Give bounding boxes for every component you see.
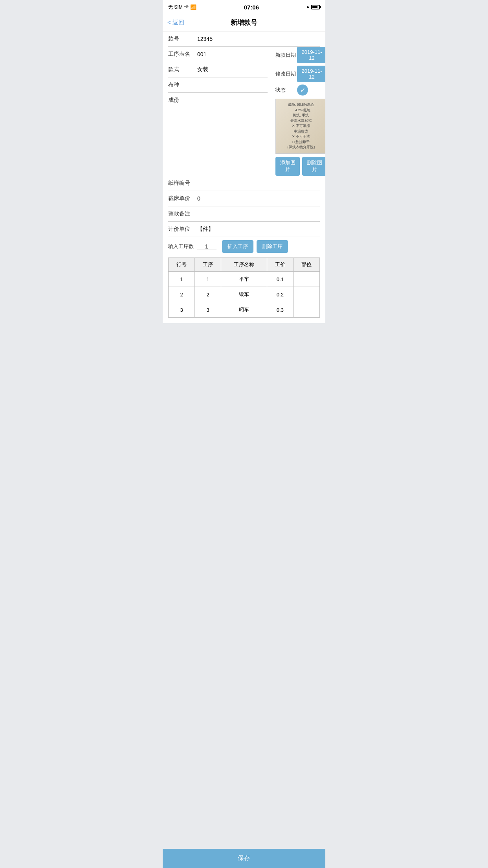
chengfen-label: 成份 (168, 97, 196, 104)
right-col: 新款日期 2019-11-12 修改日期 2019-11-12 状态 ✓ 成份:… (272, 47, 325, 176)
insert-process-button[interactable]: 插入工序 (222, 240, 253, 253)
img-line-5: ✕ 不可氯漂 (292, 123, 310, 129)
product-image: 成份: 95.8%涤纶 4.2%氨纶 机洗, 手洗 最高水温30℃ ✕ 不可氯漂… (275, 99, 325, 154)
jiajia-label: 计价单位 (168, 226, 196, 233)
left-col: 工序表名 款式 布种 成份 (168, 47, 272, 176)
img-line-2: 4.2%氨纶 (292, 108, 310, 113)
beizhu-row: 整款备注 (168, 206, 320, 222)
kuanhao-input[interactable] (196, 36, 320, 42)
col-gongjia: 工价 (267, 258, 293, 272)
chengfen-row: 成份 (168, 93, 268, 108)
status-bar: 无 SIM 卡 📶 07:06 ● (163, 0, 325, 14)
battery-icon (311, 5, 320, 9)
image-buttons: 添加图片 删除图片 (275, 157, 325, 176)
process-count-input[interactable] (197, 243, 216, 250)
zhiyang-input[interactable] (196, 180, 320, 186)
nav-bar: < 返回 新增款号 (163, 14, 325, 31)
img-line-7: ✕ 不可干洗 (292, 134, 310, 140)
carrier-text: 无 SIM 卡 (168, 4, 189, 11)
table-section: 行号 工序 工序名称 工价 部位 11平车0.122锻车0.233叼车0.3 (163, 257, 325, 323)
kuanshi-label: 款式 (168, 66, 196, 73)
status-time: 07:06 (244, 4, 259, 11)
gongxu-input[interactable] (196, 51, 268, 57)
process-table: 行号 工序 工序名称 工价 部位 11平车0.122锻车0.233叼车0.3 (168, 257, 320, 318)
wifi-icon: 📶 (190, 4, 196, 10)
process-action-row: 输入工序数 插入工序 删除工序 (163, 237, 325, 256)
table-row: 33叼车0.3 (169, 302, 320, 318)
kuanhao-section: 款号 (163, 31, 325, 47)
kuanhao-row: 款号 (168, 31, 320, 47)
kuanshi-input[interactable] (196, 66, 268, 73)
delete-image-button[interactable]: 删除图片 (302, 157, 325, 176)
delete-process-button[interactable]: 删除工序 (257, 240, 288, 253)
main-background (163, 323, 325, 520)
status-check-icon[interactable]: ✓ (297, 85, 308, 96)
process-input-label: 输入工序数 (168, 243, 194, 250)
chengfen-input[interactable] (196, 97, 268, 103)
status-left: 无 SIM 卡 📶 (168, 4, 196, 11)
zhiyang-label: 纸样编号 (168, 180, 196, 187)
jiajia-row: 计价单位 (168, 222, 320, 237)
table-header-row: 行号 工序 工序名称 工价 部位 (169, 258, 320, 272)
chuang-input[interactable] (196, 195, 320, 202)
table-row: 22锻车0.2 (169, 287, 320, 302)
gongxu-row: 工序表名 (168, 47, 268, 62)
back-button[interactable]: < 返回 (167, 19, 184, 26)
buzhong-label: 布种 (168, 81, 196, 88)
table-row: 11平车0.1 (169, 272, 320, 287)
xiugai-date-row: 修改日期 2019-11-12 (275, 66, 325, 82)
chuang-row: 裁床单价 (168, 191, 320, 206)
col-hang: 行号 (169, 258, 195, 272)
xin-date-row: 新款日期 2019-11-12 (275, 47, 325, 63)
img-line-9: （深浅衣物分开洗） (285, 145, 317, 150)
img-line-1: 成份: 95.8%涤纶 (288, 102, 314, 108)
jiajia-input[interactable] (196, 226, 320, 232)
chuang-label: 裁床单价 (168, 195, 196, 202)
status-row: 状态 ✓ (275, 85, 325, 96)
buzhong-input[interactable] (196, 82, 268, 88)
two-col-section: 工序表名 款式 布种 成份 新款日期 2019-11-12 (163, 47, 325, 176)
img-line-8: □ 悬挂晾干 (292, 140, 310, 145)
status-right: ● (306, 4, 320, 10)
col-buwei: 部位 (293, 258, 319, 272)
beizhu-label: 整款备注 (168, 210, 196, 217)
product-image-placeholder: 成份: 95.8%涤纶 4.2%氨纶 机洗, 手洗 最高水温30℃ ✕ 不可氯漂… (276, 99, 325, 153)
bottom-form-section: 纸样编号 裁床单价 整款备注 计价单位 (163, 176, 325, 237)
xin-date-value[interactable]: 2019-11-12 (297, 47, 325, 63)
xiugai-date-label: 修改日期 (275, 70, 297, 77)
kuanhao-label: 款号 (168, 35, 196, 42)
buzhong-row: 布种 (168, 77, 268, 93)
beizhu-input[interactable] (196, 211, 320, 217)
img-line-3: 机洗, 手洗 (293, 113, 309, 118)
gongxu-label: 工序表名 (168, 51, 196, 58)
add-image-button[interactable]: 添加图片 (275, 157, 300, 176)
zhiyang-row: 纸样编号 (168, 176, 320, 191)
status-label: 状态 (275, 86, 297, 94)
kuanshi-row: 款式 (168, 62, 268, 77)
col-gongxu: 工序 (195, 258, 221, 272)
form-content: 款号 工序表名 款式 布种 成份 (163, 31, 325, 323)
location-icon: ● (306, 4, 309, 10)
img-line-6: 中温熨烫 (294, 129, 308, 134)
page-title: 新增款号 (231, 18, 257, 27)
img-line-4: 最高水温30℃ (290, 118, 312, 124)
col-name: 工序名称 (221, 258, 267, 272)
xiugai-date-value[interactable]: 2019-11-12 (297, 66, 325, 82)
xin-date-label: 新款日期 (275, 51, 297, 59)
